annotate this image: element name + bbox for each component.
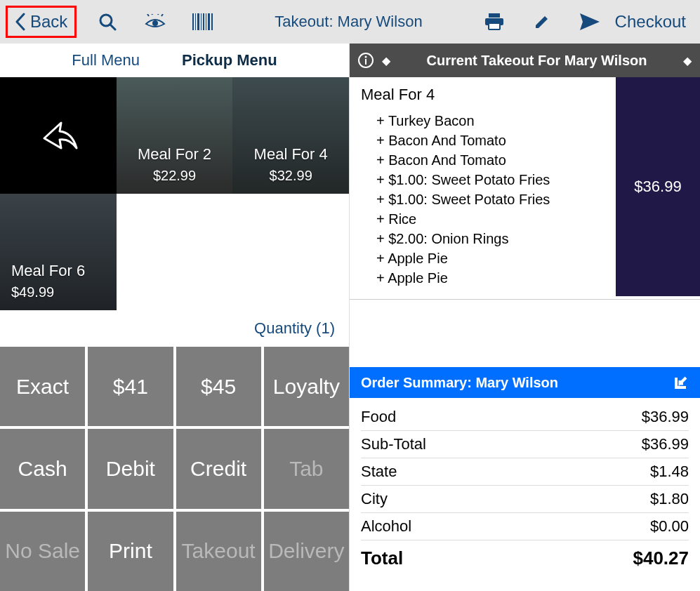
ticket-modifiers: + Turkey Bacon+ Bacon And Tomato+ Bacon … bbox=[361, 111, 605, 288]
svg-rect-7 bbox=[192, 13, 194, 30]
summary-value: $1.48 bbox=[650, 463, 689, 481]
modifier-line: + $2.00: Onion Rings bbox=[376, 229, 605, 248]
collapse-icon bbox=[673, 375, 689, 390]
search-icon[interactable] bbox=[91, 5, 124, 39]
svg-line-1 bbox=[110, 25, 115, 29]
diamond-right-icon: ◆ bbox=[683, 54, 692, 67]
ticket-details: Meal For 4 + Turkey Bacon+ Bacon And Tom… bbox=[350, 77, 616, 296]
svg-rect-11 bbox=[203, 13, 204, 30]
tile-name: Meal For 6 bbox=[11, 262, 85, 280]
summary-label: Alcohol bbox=[361, 517, 411, 536]
ticket-meal-name: Meal For 4 bbox=[361, 86, 605, 104]
key-cash[interactable]: Cash bbox=[0, 429, 85, 508]
key-tab[interactable]: Tab bbox=[264, 429, 349, 508]
ticket-row[interactable]: Meal For 4 + Turkey Bacon+ Bacon And Tom… bbox=[350, 77, 700, 296]
edit-icon[interactable] bbox=[525, 5, 559, 39]
tab-pickup-menu[interactable]: Pickup Menu bbox=[182, 51, 277, 69]
summary-label: State bbox=[361, 463, 397, 481]
tile-price: $22.99 bbox=[153, 168, 196, 184]
quantity-label: Quantity (1) bbox=[254, 319, 335, 338]
svg-point-19 bbox=[365, 56, 367, 58]
checkout-button[interactable]: Checkout bbox=[607, 12, 694, 32]
svg-rect-8 bbox=[195, 13, 196, 30]
tile-meal-for-4[interactable]: Meal For 4 $32.99 bbox=[232, 77, 349, 194]
summary-value: $36.99 bbox=[642, 435, 689, 453]
summary-row: Food$36.99 bbox=[361, 404, 689, 431]
summary-row: Sub-Total$36.99 bbox=[361, 431, 689, 458]
summary-row: City$1.80 bbox=[361, 486, 689, 513]
summary-value: $36.99 bbox=[642, 408, 689, 426]
tile-back[interactable] bbox=[0, 77, 117, 194]
svg-rect-15 bbox=[489, 13, 500, 18]
modifier-line: + Rice bbox=[376, 209, 605, 229]
summary-label: Total bbox=[361, 547, 403, 569]
back-label: Back bbox=[30, 12, 67, 32]
barcode-icon[interactable] bbox=[186, 5, 220, 39]
tile-name: Meal For 4 bbox=[254, 145, 328, 164]
key-amount-41[interactable]: $41 bbox=[88, 347, 173, 426]
key-loyalty[interactable]: Loyalty bbox=[264, 347, 349, 426]
key-amount-45[interactable]: $45 bbox=[176, 347, 261, 426]
summary-row: Alcohol$0.00 bbox=[361, 513, 689, 540]
menu-tabs: Full Menu Pickup Menu bbox=[0, 44, 349, 77]
tab-full-menu[interactable]: Full Menu bbox=[72, 51, 140, 69]
svg-line-3 bbox=[147, 14, 149, 16]
summary-label: Food bbox=[361, 408, 396, 426]
tile-name: Meal For 2 bbox=[138, 145, 211, 164]
top-toolbar: Back Takeout: Mary Wilson Checkout bbox=[0, 0, 700, 44]
page-title: Takeout: Mary Wilson bbox=[220, 13, 477, 31]
key-exact[interactable]: Exact bbox=[0, 347, 85, 426]
key-no-sale[interactable]: No Sale bbox=[0, 512, 85, 591]
svg-rect-17 bbox=[489, 23, 500, 29]
summary-row: Total$40.27 bbox=[361, 540, 689, 573]
key-takeout[interactable]: Takeout bbox=[176, 512, 261, 591]
svg-rect-10 bbox=[201, 13, 202, 30]
tile-meal-for-2[interactable]: Meal For 2 $22.99 bbox=[117, 77, 233, 194]
svg-rect-20 bbox=[365, 59, 366, 65]
summary-row: State$1.48 bbox=[361, 458, 689, 486]
payment-keypad: Exact $41 $45 Loyalty Cash Debit Credit … bbox=[0, 347, 349, 591]
modifier-line: + Apple Pie bbox=[376, 248, 605, 268]
left-panel: Full Menu Pickup Menu Meal For 2 $22.99 … bbox=[0, 44, 350, 591]
modifier-line: + $1.00: Sweet Potato Fries bbox=[376, 190, 605, 209]
diamond-left-icon: ◆ bbox=[382, 54, 390, 67]
send-icon[interactable] bbox=[573, 5, 607, 39]
tile-price: $32.99 bbox=[270, 168, 312, 184]
chevron-left-icon bbox=[15, 13, 26, 31]
key-debit[interactable]: Debit bbox=[88, 429, 173, 508]
tile-meal-for-6[interactable]: Meal For 6 $49.99 bbox=[0, 194, 117, 310]
ticket-price: $36.99 bbox=[616, 77, 700, 296]
svg-rect-9 bbox=[197, 13, 199, 30]
back-button[interactable]: Back bbox=[6, 6, 77, 38]
summary-value: $0.00 bbox=[650, 517, 689, 536]
print-icon[interactable] bbox=[477, 5, 511, 39]
key-delivery[interactable]: Delivery bbox=[264, 512, 349, 591]
current-takeout-label: Current Takeout For Mary Wilson bbox=[399, 53, 675, 69]
current-takeout-bar[interactable]: ◆ Current Takeout For Mary Wilson ◆ bbox=[350, 44, 700, 77]
menu-tiles: Meal For 2 $22.99 Meal For 4 $32.99 Meal… bbox=[0, 77, 349, 310]
right-panel: ◆ Current Takeout For Mary Wilson ◆ Meal… bbox=[350, 44, 700, 591]
quantity-button[interactable]: Quantity (1) bbox=[0, 310, 349, 347]
summary-label: Sub-Total bbox=[361, 435, 426, 453]
order-summary-title: Order Summary: Mary Wilson bbox=[361, 375, 558, 391]
key-print[interactable]: Print bbox=[88, 512, 173, 591]
eye-icon[interactable] bbox=[138, 5, 172, 39]
summary-value: $40.27 bbox=[633, 547, 689, 569]
summary-label: City bbox=[361, 490, 388, 508]
svg-rect-13 bbox=[208, 13, 210, 30]
summary-value: $1.80 bbox=[650, 490, 689, 508]
svg-line-6 bbox=[161, 14, 163, 16]
key-credit[interactable]: Credit bbox=[176, 429, 261, 508]
info-icon bbox=[358, 53, 374, 68]
modifier-line: + $1.00: Sweet Potato Fries bbox=[376, 170, 605, 190]
svg-rect-14 bbox=[211, 13, 213, 30]
svg-line-4 bbox=[152, 14, 152, 15]
tile-price: $49.99 bbox=[11, 284, 54, 300]
svg-line-5 bbox=[158, 14, 159, 15]
order-summary-bar[interactable]: Order Summary: Mary Wilson bbox=[350, 367, 700, 398]
summary-list: Food$36.99Sub-Total$36.99State$1.48City$… bbox=[350, 398, 700, 591]
svg-rect-12 bbox=[206, 13, 206, 30]
modifier-line: + Apple Pie bbox=[376, 268, 605, 288]
svg-point-2 bbox=[152, 20, 158, 26]
modifier-line: + Bacon And Tomato bbox=[376, 150, 605, 170]
